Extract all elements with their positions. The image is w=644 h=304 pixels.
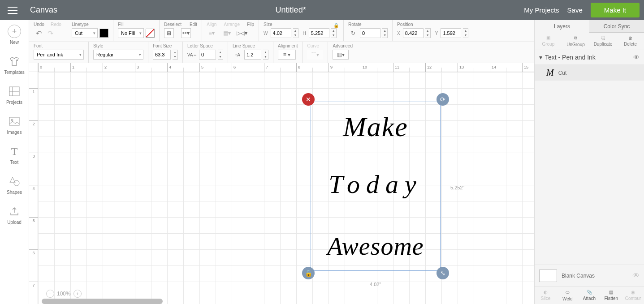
selection-scale-handle[interactable]: ⤡: [437, 267, 449, 279]
align-button: ≡▾: [207, 28, 216, 38]
lock-aspect-icon[interactable]: 🔒: [333, 23, 339, 28]
letterspace-spinner[interactable]: ▲▼: [218, 50, 223, 60]
style-select[interactable]: Regular: [93, 50, 143, 60]
make-it-button[interactable]: Make It: [591, 3, 640, 17]
shapes-button[interactable]: Shapes: [7, 175, 22, 195]
collapse-icon[interactable]: ▾: [539, 54, 542, 61]
zoom-out-button[interactable]: −: [46, 290, 54, 298]
ruler-horizontal: 0123456789101112131415: [38, 63, 534, 72]
canvas-area[interactable]: 0123456789101112131415 1234567 ✕ ⟳ 🔒 ⤡ M…: [29, 63, 534, 304]
new-button[interactable]: + New: [8, 25, 21, 45]
linetype-select[interactable]: Cut: [72, 28, 98, 38]
canvas-text-line-2[interactable]: Today: [302, 169, 449, 199]
pos-y-spinner[interactable]: ▲▼: [463, 28, 468, 38]
blank-visibility-icon[interactable]: 👁: [632, 272, 640, 280]
canvas-text-line-1[interactable]: Make: [311, 111, 440, 143]
svg-point-9: [14, 180, 19, 186]
rotate-icon: ↻: [348, 28, 358, 38]
deselect-button[interactable]: ⊞: [164, 28, 174, 38]
selection-box[interactable]: ✕ ⟳ 🔒 ⤡ Make Today Awesome: [311, 102, 441, 271]
letterspace-icon: VA↔: [187, 50, 197, 60]
ruler-corner: [29, 63, 38, 72]
flatten-button[interactable]: ▤Flatten: [600, 287, 622, 304]
blank-canvas-row[interactable]: Blank Canvas 👁: [535, 265, 644, 287]
save-link[interactable]: Save: [567, 6, 583, 14]
fontsize-spinner[interactable]: ▲▼: [173, 50, 178, 60]
linetype-color-swatch[interactable]: [99, 29, 108, 38]
text-icon: T: [8, 145, 21, 158]
attach-icon: 📎: [587, 290, 592, 295]
svg-rect-6: [9, 117, 19, 125]
flip-button[interactable]: ▷◁▾: [237, 28, 247, 38]
menu-hamburger[interactable]: [0, 0, 25, 20]
height-input[interactable]: [309, 28, 329, 38]
selection-delete-handle[interactable]: ✕: [302, 93, 315, 106]
linespace-icon: ↕A: [233, 50, 242, 60]
canvas-text-line-3[interactable]: Awesome: [302, 232, 449, 261]
horizontal-scrollbar[interactable]: [42, 299, 163, 304]
text-button[interactable]: T Text: [8, 145, 21, 165]
plus-icon: +: [8, 25, 21, 38]
advanced-button[interactable]: ▥▾: [333, 50, 349, 60]
right-panel: Layers Color Sync ▣Group ⧉UnGroup ⿻Dupli…: [534, 20, 644, 304]
weld-button[interactable]: ⬭Weld: [557, 287, 579, 304]
redo-button[interactable]: ↷: [45, 28, 55, 38]
projects-button[interactable]: Projects: [6, 85, 22, 105]
templates-button[interactable]: Templates: [4, 55, 25, 75]
font-select[interactable]: Pen and Ink: [34, 50, 84, 60]
layer-header[interactable]: ▾ Text - Pen and Ink 👁: [535, 50, 644, 65]
layers-tab[interactable]: Layers: [535, 20, 589, 33]
canvas-grid[interactable]: ✕ ⟳ 🔒 ⤡ Make Today Awesome 5.252" 4.02": [38, 72, 534, 304]
contour-button: ◉Contour: [622, 287, 644, 304]
shirt-icon: [8, 55, 21, 68]
top-bar: Canvas Untitled* My Projects Save Make I…: [0, 0, 644, 20]
rotate-spinner[interactable]: ▲▼: [382, 28, 388, 38]
undo-button[interactable]: ↶: [34, 28, 43, 38]
blank-canvas-thumbnail: [539, 270, 557, 282]
ruler-vertical: 1234567: [29, 72, 38, 304]
selection-rotate-handle[interactable]: ⟳: [437, 93, 449, 106]
height-spinner[interactable]: ▲▼: [331, 28, 337, 38]
attach-button[interactable]: 📎Attach: [579, 287, 601, 304]
ungroup-button[interactable]: ⧉UnGroup: [562, 33, 589, 50]
width-spinner[interactable]: ▲▼: [293, 28, 298, 38]
flatten-icon: ▤: [609, 290, 613, 295]
images-button[interactable]: Images: [7, 115, 22, 135]
fontsize-input[interactable]: [153, 50, 171, 60]
my-projects-link[interactable]: My Projects: [524, 6, 559, 14]
rotate-input[interactable]: [360, 28, 380, 38]
selection-width-label: 4.02": [370, 282, 381, 287]
slice-button: ◐Slice: [535, 287, 557, 304]
zoom-in-button[interactable]: +: [73, 290, 82, 298]
alignment-button[interactable]: ≡ ▾: [278, 50, 296, 60]
letterspace-input[interactable]: [199, 50, 216, 60]
layer-item[interactable]: M Cut: [535, 65, 644, 81]
group-icon: ▣: [546, 35, 550, 40]
fill-color-swatch[interactable]: [146, 29, 155, 38]
app-title: Canvas: [30, 5, 57, 15]
trash-icon: 🗑: [628, 35, 633, 40]
upload-button[interactable]: Upload: [7, 205, 22, 225]
linespace-input[interactable]: [244, 50, 261, 60]
document-title[interactable]: Untitled*: [57, 5, 524, 15]
linespace-spinner[interactable]: ▲▼: [263, 50, 268, 60]
upload-icon: [8, 205, 21, 218]
duplicate-icon: ⿻: [601, 35, 605, 40]
pos-x-input[interactable]: [403, 28, 424, 38]
group-button: ▣Group: [535, 33, 562, 50]
visibility-toggle[interactable]: 👁: [633, 54, 640, 61]
duplicate-button[interactable]: ⿻Duplicate: [589, 33, 617, 50]
pos-y-input[interactable]: [441, 28, 461, 38]
edit-button[interactable]: ✂▾: [181, 28, 191, 38]
fill-select[interactable]: No Fill: [118, 28, 144, 38]
color-sync-tab[interactable]: Color Sync: [589, 20, 644, 33]
pos-x-spinner[interactable]: ▲▼: [425, 28, 431, 38]
arrange-button: ▦▾: [222, 28, 232, 38]
width-input[interactable]: [271, 28, 291, 38]
delete-button[interactable]: 🗑Delete: [617, 33, 644, 50]
selection-lock-handle[interactable]: 🔒: [302, 267, 315, 279]
weld-icon: ⬭: [566, 290, 570, 295]
image-icon: [8, 115, 21, 128]
zoom-control: − 100% +: [43, 288, 85, 300]
left-sidebar: + New Templates Projects Images T Text S…: [0, 20, 29, 304]
